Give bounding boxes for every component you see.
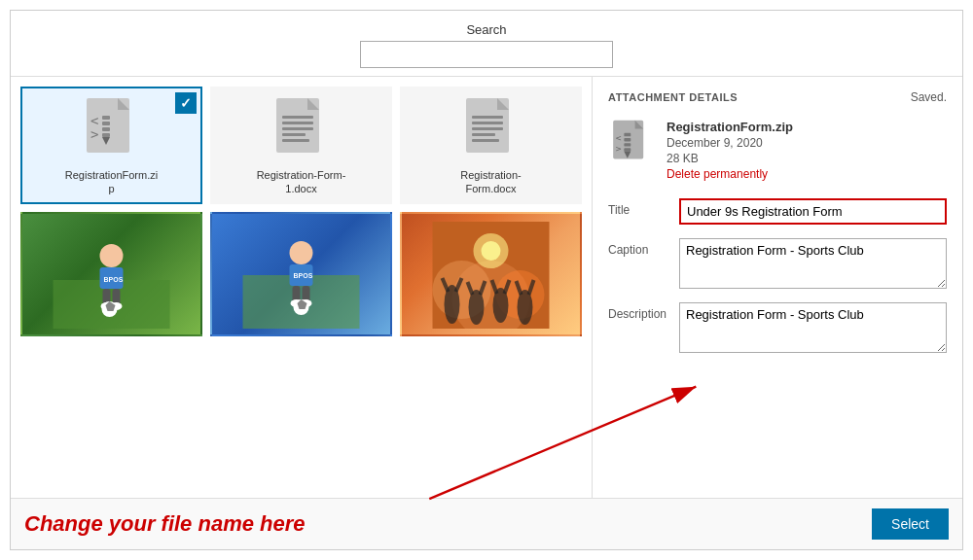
- svg-rect-4: [102, 127, 110, 131]
- svg-rect-15: [282, 139, 309, 142]
- attachment-details-title: ATTACHMENT DETAILS: [608, 91, 738, 103]
- zip-file-icon: < >: [83, 96, 141, 164]
- svg-rect-18: [472, 116, 503, 119]
- photo-1-placeholder: BPOS: [26, 222, 197, 329]
- title-label: Title: [608, 198, 671, 217]
- photo-item-1[interactable]: BPOS: [20, 212, 202, 336]
- caption-field-row: Caption Registration Form - Sports Club: [608, 238, 947, 289]
- media-item-zip[interactable]: ✓: [20, 87, 202, 204]
- details-panel: ATTACHMENT DETAILS Saved. < >: [593, 77, 962, 498]
- caption-label: Caption: [608, 238, 671, 257]
- media-panel: ✓: [11, 77, 593, 498]
- search-area: Search: [11, 11, 962, 77]
- bottom-bar: Change your file name here Select: [11, 498, 962, 549]
- svg-rect-5: [102, 133, 110, 137]
- svg-rect-2: [102, 116, 110, 120]
- svg-point-60: [482, 241, 501, 261]
- svg-rect-20: [472, 127, 503, 130]
- svg-rect-64: [624, 138, 631, 141]
- media-grid: ✓: [20, 87, 582, 336]
- description-label: Description: [608, 302, 671, 321]
- search-label: Search: [466, 22, 506, 37]
- docx2-filename: Registration-Form.docx: [460, 168, 521, 196]
- svg-rect-66: [624, 148, 631, 151]
- file-meta-size: 28 KB: [667, 152, 793, 165]
- saved-status: Saved.: [911, 90, 947, 104]
- docx1-filename: Registration-Form-1.docx: [257, 168, 346, 196]
- zip-filename: RegistrationForm.zip: [65, 168, 158, 196]
- photo-item-3[interactable]: [400, 212, 582, 336]
- svg-rect-13: [282, 127, 313, 130]
- svg-rect-11: [282, 116, 313, 119]
- photo-item-2[interactable]: BPOS: [210, 212, 392, 336]
- docx1-file-icon: [272, 96, 331, 164]
- svg-rect-12: [282, 122, 313, 124]
- svg-rect-65: [624, 143, 631, 146]
- svg-text:<: <: [616, 132, 622, 143]
- annotation-text: Change your file name here: [24, 511, 306, 537]
- svg-text:BPOS: BPOS: [104, 276, 124, 283]
- svg-rect-19: [472, 122, 503, 124]
- svg-point-24: [100, 244, 124, 267]
- svg-point-34: [290, 241, 313, 264]
- svg-text:>: >: [90, 126, 98, 142]
- svg-rect-3: [102, 122, 110, 125]
- media-item-docx1[interactable]: Registration-Form-1.docx: [210, 87, 392, 204]
- description-textarea[interactable]: Registration Form - Sports Club: [679, 302, 947, 353]
- file-meta-date: December 9, 2020: [667, 136, 793, 150]
- media-modal: Search ✓: [10, 10, 963, 550]
- details-header: ATTACHMENT DETAILS Saved.: [608, 90, 947, 104]
- svg-rect-14: [282, 133, 306, 136]
- caption-textarea[interactable]: Registration Form - Sports Club: [679, 238, 947, 289]
- title-input[interactable]: [679, 198, 947, 225]
- svg-rect-21: [472, 133, 495, 136]
- svg-rect-63: [624, 133, 631, 136]
- file-meta: RegistrationForm.zip December 9, 2020 28…: [667, 120, 793, 181]
- photo-2-placeholder: BPOS: [216, 222, 386, 329]
- search-input[interactable]: [360, 41, 613, 68]
- title-field-row: Title: [608, 198, 947, 225]
- file-info-row: < > RegistrationForm.zip December 9, 202…: [608, 120, 947, 181]
- photo-3-placeholder: [406, 222, 576, 329]
- media-item-docx2[interactable]: Registration-Form.docx: [400, 87, 582, 204]
- svg-text:>: >: [616, 143, 622, 154]
- selected-checkmark: ✓: [175, 92, 197, 114]
- file-meta-name: RegistrationForm.zip: [667, 120, 793, 134]
- docx2-file-icon: [462, 96, 521, 164]
- main-content: ✓: [11, 77, 962, 498]
- description-field-row: Description Registration Form - Sports C…: [608, 302, 947, 353]
- select-button[interactable]: Select: [872, 508, 949, 540]
- svg-text:BPOS: BPOS: [294, 272, 313, 279]
- file-thumbnail: < >: [608, 120, 657, 168]
- delete-permanently-link[interactable]: Delete permanently: [667, 167, 793, 181]
- svg-rect-22: [472, 139, 499, 142]
